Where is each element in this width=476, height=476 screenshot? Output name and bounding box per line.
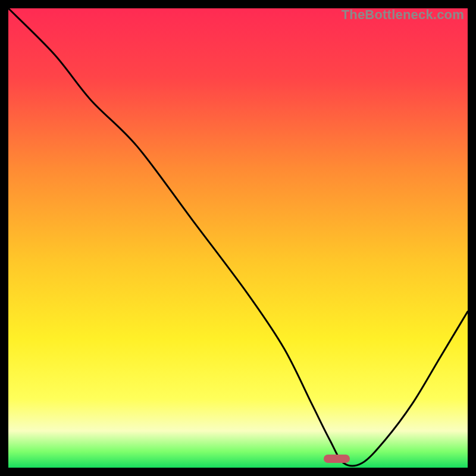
- watermark-text: TheBottleneck.com: [342, 7, 464, 23]
- bottleneck-curve: [8, 8, 468, 468]
- chart-frame: TheBottleneck.com: [8, 8, 468, 468]
- optimal-marker: [324, 455, 350, 463]
